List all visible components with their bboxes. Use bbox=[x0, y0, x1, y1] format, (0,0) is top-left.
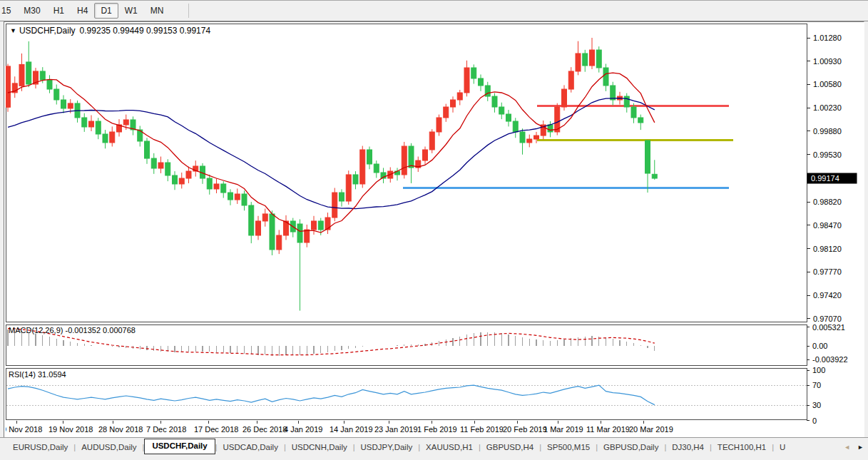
svg-text:0.99530: 0.99530 bbox=[813, 150, 842, 159]
svg-text:11 Feb 2019: 11 Feb 2019 bbox=[460, 425, 504, 434]
chart-tab-sp500-m15[interactable]: SP500,M15 bbox=[541, 440, 596, 454]
svg-text:20 Feb 2019: 20 Feb 2019 bbox=[503, 425, 547, 434]
tab-scroll-left-icon[interactable]: ◄ bbox=[844, 444, 850, 451]
svg-text:11 Mar 2019: 11 Mar 2019 bbox=[586, 425, 630, 434]
svg-text:4 Jan 2019: 4 Jan 2019 bbox=[284, 425, 322, 434]
chart-tab-gbpusd-h4[interactable]: GBPUSD,H4 bbox=[481, 440, 539, 454]
svg-text:0.99880: 0.99880 bbox=[813, 127, 842, 136]
chart-window: 1.012801.009301.005801.002300.998800.995… bbox=[4, 21, 864, 439]
toolbar-separator bbox=[188, 4, 189, 18]
timeframe-toolbar: 15M30H1H4D1W1MN bbox=[0, 0, 868, 21]
macd-values: -0.001352 0.000768 bbox=[65, 326, 135, 334]
tab-scroll-arrows: ◄ ► bbox=[844, 444, 864, 451]
timeframe-button-d1[interactable]: D1 bbox=[94, 3, 118, 19]
chart-tab-u[interactable]: U bbox=[774, 440, 791, 454]
timeframe-button-mn[interactable]: MN bbox=[144, 3, 170, 19]
svg-text:9 Nov 2018: 9 Nov 2018 bbox=[6, 425, 42, 434]
chart-tab-usdcad-daily[interactable]: USDCAD,Daily bbox=[218, 440, 284, 454]
svg-text:1.00930: 1.00930 bbox=[813, 57, 842, 66]
svg-text:0: 0 bbox=[812, 416, 817, 425]
svg-text:0.97420: 0.97420 bbox=[813, 291, 842, 300]
svg-text:23 Jan 2019: 23 Jan 2019 bbox=[374, 425, 418, 434]
svg-text:14 Jan 2019: 14 Jan 2019 bbox=[330, 425, 373, 434]
svg-text:1 Feb 2019: 1 Feb 2019 bbox=[417, 425, 457, 434]
svg-text:70: 70 bbox=[812, 381, 821, 389]
chart-tab-eurusd-daily[interactable]: EURUSD,Daily bbox=[7, 440, 73, 454]
chart-tab-usdcnh-daily[interactable]: USDCNH,Daily bbox=[286, 440, 353, 454]
svg-text:0.98120: 0.98120 bbox=[813, 245, 842, 253]
chart-title[interactable]: ▼USDCHF,Daily0.99235 0.99449 0.99153 0.9… bbox=[10, 26, 210, 36]
timeframe-button-m30[interactable]: M30 bbox=[17, 3, 46, 19]
symbol-tabbar: EURUSD,Daily|AUDUSD,Daily|USDCHF,Daily|U… bbox=[0, 437, 868, 460]
macd-name: MACD(12,26,9) bbox=[9, 326, 63, 334]
svg-text:26 Dec 2018: 26 Dec 2018 bbox=[242, 425, 287, 434]
rsi-indicator-label: RSI(14) 31.0594 bbox=[9, 370, 66, 379]
svg-text:0.98820: 0.98820 bbox=[813, 198, 842, 206]
chart-tab-dj30-h4[interactable]: DJ30,H4 bbox=[666, 440, 710, 454]
svg-text:1.01280: 1.01280 bbox=[813, 34, 842, 42]
svg-text:0.00: 0.00 bbox=[812, 342, 827, 350]
timeframe-button-h4[interactable]: H4 bbox=[71, 3, 94, 19]
svg-text:1 Mar 2019: 1 Mar 2019 bbox=[543, 425, 583, 434]
svg-text:30: 30 bbox=[812, 401, 821, 409]
svg-text:20 Mar 2019: 20 Mar 2019 bbox=[629, 425, 673, 434]
chart-ohlc-values: 0.99235 0.99449 0.99153 0.99174 bbox=[80, 26, 211, 36]
chart-tab-tech100-h1[interactable]: TECH100,H1 bbox=[712, 440, 772, 454]
svg-text:28 Nov 2018: 28 Nov 2018 bbox=[98, 425, 143, 434]
timeframe-button-15[interactable]: 15 bbox=[0, 3, 17, 19]
rsi-value: 31.0594 bbox=[38, 370, 66, 379]
svg-text:100: 100 bbox=[812, 366, 825, 374]
chart-tab-usdjpy-daily[interactable]: USDJPY,Daily bbox=[355, 440, 419, 454]
rsi-panel-frame bbox=[6, 369, 807, 420]
svg-text:7 Dec 2018: 7 Dec 2018 bbox=[146, 425, 186, 434]
svg-text:-0.003922: -0.003922 bbox=[812, 355, 848, 364]
chevron-down-icon[interactable]: ▼ bbox=[10, 27, 16, 34]
tab-scroll-right-icon[interactable]: ► bbox=[857, 444, 864, 451]
current-price-text: 0.99174 bbox=[811, 174, 839, 183]
chart-tab-usdchf-daily[interactable]: USDCHF,Daily bbox=[144, 439, 215, 454]
svg-text:1.00580: 1.00580 bbox=[813, 80, 842, 88]
svg-text:1.00230: 1.00230 bbox=[813, 103, 842, 112]
svg-text:19 Nov 2018: 19 Nov 2018 bbox=[48, 425, 93, 434]
svg-text:0.98470: 0.98470 bbox=[813, 221, 842, 230]
svg-text:17 Dec 2018: 17 Dec 2018 bbox=[194, 425, 238, 434]
rsi-name: RSI(14) bbox=[9, 370, 36, 379]
chart-tab-audusd-daily[interactable]: AUDUSD,Daily bbox=[76, 440, 142, 454]
macd-indicator-label: MACD(12,26,9) -0.001352 0.000768 bbox=[9, 326, 136, 334]
symbol-tabs: EURUSD,Daily|AUDUSD,Daily|USDCHF,Daily|U… bbox=[0, 440, 791, 454]
timeframe-button-w1[interactable]: W1 bbox=[118, 3, 144, 19]
svg-text:0.97770: 0.97770 bbox=[813, 267, 842, 276]
chart-canvas[interactable]: 1.012801.009301.005801.002300.998800.995… bbox=[6, 24, 863, 437]
chart-tab-gbpusd-daily[interactable]: GBPUSD,Daily bbox=[598, 440, 664, 454]
trading-app: 15M30H1H4D1W1MN 1.012801.009301.005801.0… bbox=[0, 0, 868, 460]
chart-tab-xauusd-h1[interactable]: XAUUSD,H1 bbox=[420, 440, 479, 454]
svg-text:0.005321: 0.005321 bbox=[812, 323, 845, 332]
chart-symbol-label: USDCHF,Daily bbox=[19, 26, 76, 36]
svg-text:0.97070: 0.97070 bbox=[813, 315, 842, 323]
plot-area: 1.012801.009301.005801.002300.998800.995… bbox=[6, 24, 863, 437]
timeframe-button-h1[interactable]: H1 bbox=[47, 3, 71, 19]
